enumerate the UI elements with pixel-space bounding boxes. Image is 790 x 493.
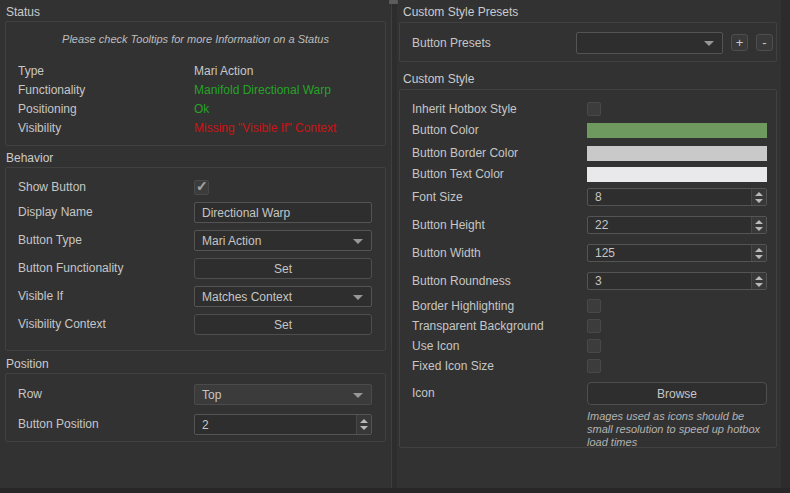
behavior-groupbox: Show Button Display Name Directional War… [5,167,386,351]
button-color-swatch[interactable] [587,123,767,138]
fixed-icon-size-checkbox[interactable] [587,359,601,373]
button-type-label: Button Type [18,230,82,251]
behavior-section-title: Behavior [6,151,53,165]
row-label: Row [18,384,42,405]
status-groupbox: Please check Tooltips for more Informati… [5,21,386,146]
show-button-row: Show Button [6,179,385,196]
button-height-value: 22 [595,217,608,233]
status-functionality-value: Manifold Directional Warp [194,83,331,97]
add-preset-button[interactable]: + [731,34,748,51]
font-size-value: 8 [595,189,602,205]
chevron-down-icon [353,295,363,300]
spinner-arrows[interactable] [751,217,766,233]
button-border-color-row: Button Border Color [400,146,776,161]
inherit-hotbox-style-checkbox[interactable] [587,102,601,116]
show-button-checkbox[interactable] [194,180,209,195]
button-type-dropdown[interactable]: Mari Action [194,230,372,251]
visibility-context-set-label: Set [274,318,292,332]
spinner-arrows[interactable] [356,415,371,434]
spin-down-icon[interactable] [755,199,763,203]
transparent-background-label: Transparent Background [412,319,544,333]
button-border-color-swatch[interactable] [587,146,767,161]
spin-up-icon[interactable] [755,220,763,224]
position-groupbox: Row Top Button Position 2 [5,373,386,442]
status-row-visibility: Visibility Missing "Visible If" Context [6,121,385,135]
button-color-label: Button Color [412,123,479,138]
button-functionality-set-button[interactable]: Set [194,258,372,279]
button-functionality-row: Button Functionality Set [6,258,385,279]
button-roundness-label: Button Roundness [412,272,511,290]
spin-down-icon[interactable] [360,426,368,430]
button-width-spinner[interactable]: 125 [587,244,767,262]
chevron-down-icon [353,239,363,244]
fixed-icon-size-row: Fixed Icon Size [400,359,776,373]
button-presets-row: Button Presets + - [400,32,776,54]
button-color-row: Button Color [400,123,776,138]
button-text-color-row: Button Text Color [400,167,776,182]
spin-up-icon[interactable] [360,419,368,423]
icon-browse-button[interactable]: Browse [587,382,767,405]
button-roundness-spinner[interactable]: 3 [587,272,767,290]
spinner-arrows[interactable] [751,273,766,289]
button-width-value: 125 [595,245,615,261]
button-type-value: Mari Action [202,231,261,250]
status-type-label: Type [18,64,44,78]
button-presets-label: Button Presets [412,32,491,54]
right-pane: Custom Style Presets Button Presets + - … [396,0,790,493]
button-presets-dropdown[interactable] [576,32,723,54]
spin-up-icon[interactable] [755,248,763,252]
chevron-down-icon [704,41,714,46]
inherit-hotbox-style-label: Inherit Hotbox Style [412,102,517,117]
status-visibility-value: Missing "Visible If" Context [194,121,336,135]
button-text-color-swatch[interactable] [587,167,767,182]
transparent-background-row: Transparent Background [400,319,776,333]
button-position-row: Button Position 2 [6,414,385,435]
status-row-functionality: Functionality Manifold Directional Warp [6,83,385,97]
use-icon-label: Use Icon [412,339,459,353]
display-name-label: Display Name [18,202,93,223]
status-visibility-label: Visibility [18,121,61,135]
use-icon-checkbox[interactable] [587,339,601,353]
spinner-arrows[interactable] [751,245,766,261]
visible-if-row: Visible If Matches Context [6,286,385,307]
visibility-context-set-button[interactable]: Set [194,314,372,335]
button-position-spinner[interactable]: 2 [194,414,372,435]
bottom-scrollbar-groove[interactable] [0,488,790,493]
remove-preset-button[interactable]: - [756,34,773,51]
right-scrollbar-groove[interactable] [781,0,790,493]
button-width-row: Button Width 125 [400,244,776,262]
status-positioning-value: Ok [194,102,209,116]
spin-down-icon[interactable] [755,283,763,287]
row-dropdown[interactable]: Top [194,384,372,405]
spinner-arrows[interactable] [751,189,766,205]
position-section-title: Position [6,357,49,371]
display-name-input[interactable]: Directional Warp [194,202,372,223]
show-button-label: Show Button [18,179,86,196]
presets-section-title: Custom Style Presets [403,5,518,19]
button-roundness-value: 3 [595,273,602,289]
spin-down-icon[interactable] [755,255,763,259]
font-size-row: Font Size 8 [400,188,776,206]
visible-if-dropdown[interactable]: Matches Context [194,286,372,307]
button-height-spinner[interactable]: 22 [587,216,767,234]
border-highlighting-label: Border Highlighting [412,299,514,313]
visibility-context-row: Visibility Context Set [6,314,385,335]
custom-style-section-title: Custom Style [403,72,474,86]
spin-up-icon[interactable] [755,192,763,196]
spin-up-icon[interactable] [755,276,763,280]
border-highlighting-checkbox[interactable] [587,299,601,313]
display-name-value: Directional Warp [202,203,290,222]
visibility-context-label: Visibility Context [18,314,106,335]
transparent-background-checkbox[interactable] [587,319,601,333]
icon-row: Icon Browse [400,382,776,405]
icon-label: Icon [412,382,435,405]
button-roundness-row: Button Roundness 3 [400,272,776,290]
status-type-value: Mari Action [194,64,253,78]
icon-browse-label: Browse [657,387,697,401]
button-text-color-label: Button Text Color [412,167,504,182]
font-size-spinner[interactable]: 8 [587,188,767,206]
button-functionality-label: Button Functionality [18,258,123,279]
spin-down-icon[interactable] [755,227,763,231]
fixed-icon-size-label: Fixed Icon Size [412,359,494,373]
minus-icon: - [762,36,766,49]
